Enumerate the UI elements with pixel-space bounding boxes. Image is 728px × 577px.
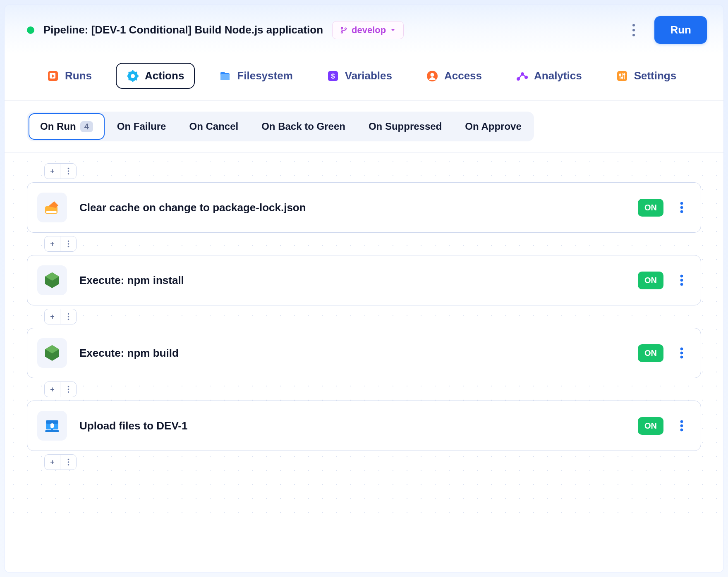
add-action-connector: + <box>44 163 77 179</box>
subtab-on-suppressed[interactable]: On Suppressed <box>358 113 453 140</box>
svg-point-51 <box>680 424 683 427</box>
action-menu-button[interactable] <box>676 202 687 213</box>
svg-point-41 <box>680 356 683 358</box>
connector-menu-button[interactable] <box>60 309 76 324</box>
svg-point-22 <box>67 168 69 169</box>
svg-point-20 <box>621 76 623 79</box>
svg-point-4 <box>632 29 635 31</box>
svg-point-38 <box>67 319 69 320</box>
action-card[interactable]: Upload files to DEV-1 ON <box>27 401 701 451</box>
action-menu-button[interactable] <box>676 274 687 286</box>
action-title: Clear cache on change to package-lock.js… <box>79 201 625 214</box>
svg-point-23 <box>67 170 69 172</box>
svg-point-21 <box>623 73 625 75</box>
actions-icon <box>127 70 139 82</box>
app-root: Pipeline: [DEV-1 Conditional] Build Node… <box>4 4 724 573</box>
tab-access[interactable]: Access <box>416 64 492 88</box>
svg-point-55 <box>67 464 69 466</box>
svg-point-1 <box>341 31 343 33</box>
svg-rect-10 <box>220 74 230 80</box>
access-icon <box>426 70 438 82</box>
status-dot-icon <box>27 26 34 34</box>
add-action-button[interactable]: + <box>45 164 60 179</box>
connector-menu-button[interactable] <box>60 236 76 251</box>
tab-variables[interactable]: $ Variables <box>317 64 402 88</box>
tab-analytics[interactable]: Analytics <box>506 64 592 88</box>
main-tab-bar: Runs Actions Filesystem $ Variables Acce… <box>5 56 723 101</box>
header-more-button[interactable] <box>622 19 645 42</box>
subtab-on-failure[interactable]: On Failure <box>106 113 177 140</box>
action-menu-button[interactable] <box>676 420 687 432</box>
connector-menu-button[interactable] <box>60 455 76 470</box>
connector-menu-button[interactable] <box>60 382 76 397</box>
svg-point-33 <box>680 275 683 277</box>
trigger-tab-group: On Run 4 On Failure On Cancel On Back to… <box>27 112 534 141</box>
svg-point-27 <box>680 202 683 205</box>
add-action-connector: + <box>44 454 77 470</box>
svg-point-35 <box>680 283 683 286</box>
svg-text:$: $ <box>331 73 335 80</box>
git-branch-icon <box>340 26 347 34</box>
svg-point-43 <box>67 389 69 390</box>
tab-filesystem[interactable]: Filesystem <box>209 64 302 88</box>
node-icon <box>37 265 67 295</box>
action-title: Upload files to DEV-1 <box>79 420 625 432</box>
action-status-badge[interactable]: ON <box>638 344 663 362</box>
action-status-badge[interactable]: ON <box>638 417 663 435</box>
svg-point-29 <box>680 210 683 213</box>
svg-point-34 <box>680 279 683 281</box>
subtab-on-approve[interactable]: On Approve <box>454 113 532 140</box>
tab-actions[interactable]: Actions <box>116 63 195 89</box>
svg-point-28 <box>680 206 683 209</box>
add-action-button[interactable]: + <box>45 309 60 324</box>
svg-point-9 <box>131 74 135 78</box>
svg-point-54 <box>67 461 69 463</box>
svg-point-5 <box>632 34 635 36</box>
run-button[interactable]: Run <box>654 16 707 44</box>
add-action-button[interactable]: + <box>45 382 60 397</box>
action-card[interactable]: Clear cache on change to package-lock.js… <box>27 182 701 233</box>
on-run-count-badge: 4 <box>80 121 93 132</box>
pipeline-title: Pipeline: [DEV-1 Conditional] Build Node… <box>43 24 323 36</box>
svg-point-24 <box>67 173 69 175</box>
runs-icon <box>47 70 59 82</box>
connector-menu-button[interactable] <box>60 164 76 179</box>
pipeline-header: Pipeline: [DEV-1 Conditional] Build Node… <box>5 5 723 56</box>
action-status-badge[interactable]: ON <box>638 272 663 289</box>
action-title: Execute: npm install <box>79 274 625 287</box>
svg-point-42 <box>67 386 69 388</box>
clear-cache-icon <box>37 193 67 222</box>
action-card[interactable]: Execute: npm install ON <box>27 255 701 305</box>
action-menu-button[interactable] <box>676 347 687 359</box>
branch-name: develop <box>352 25 386 36</box>
svg-rect-49 <box>51 429 53 431</box>
add-action-button[interactable]: + <box>45 236 60 251</box>
svg-rect-26 <box>46 211 57 213</box>
tab-settings[interactable]: Settings <box>606 64 687 88</box>
action-card[interactable]: Execute: npm build ON <box>27 328 701 378</box>
subtab-on-run[interactable]: On Run 4 <box>29 113 105 140</box>
action-status-badge[interactable]: ON <box>638 199 663 217</box>
subtab-on-back-to-green[interactable]: On Back to Green <box>251 113 356 140</box>
filesystem-icon <box>219 70 231 82</box>
svg-point-50 <box>680 420 683 423</box>
add-action-connector: + <box>44 381 77 397</box>
svg-point-3 <box>632 24 635 26</box>
svg-point-30 <box>67 241 69 242</box>
analytics-icon <box>516 70 528 82</box>
svg-point-0 <box>341 27 343 29</box>
branch-selector[interactable]: develop <box>332 21 404 39</box>
svg-point-39 <box>680 348 683 350</box>
tab-runs[interactable]: Runs <box>37 64 102 88</box>
svg-point-19 <box>619 74 621 76</box>
svg-point-37 <box>67 316 69 317</box>
add-action-button[interactable]: + <box>45 455 60 470</box>
svg-point-44 <box>67 391 69 393</box>
svg-point-2 <box>345 28 347 29</box>
subtab-on-cancel[interactable]: On Cancel <box>178 113 249 140</box>
add-action-connector: + <box>44 236 77 252</box>
node-icon <box>37 338 67 368</box>
variables-icon: $ <box>327 70 339 82</box>
settings-icon <box>616 70 628 82</box>
svg-point-36 <box>67 313 69 315</box>
